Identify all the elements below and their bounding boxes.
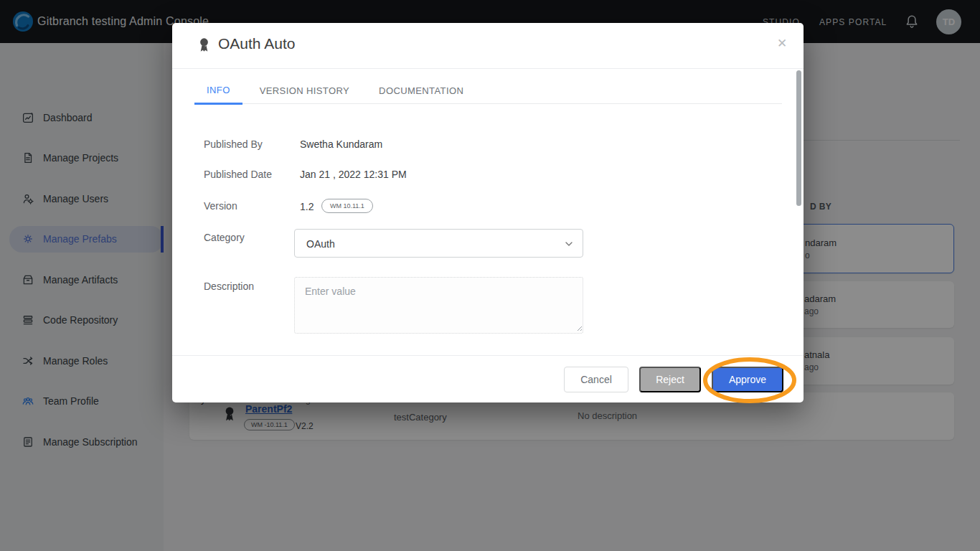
modal-scrollbar-thumb[interactable] xyxy=(796,70,801,206)
prefab-details-modal: OAuth Auto ✕ INFO VERSION HISTORY DOCUME… xyxy=(172,23,804,402)
description-textarea[interactable] xyxy=(294,277,583,334)
reject-button[interactable]: Reject xyxy=(639,367,701,392)
published-date-value: Jan 21 , 2022 12:31 PM xyxy=(300,169,407,180)
cancel-button[interactable]: Cancel xyxy=(564,367,628,392)
published-date-label: Published Date xyxy=(204,169,272,180)
chevron-down-icon xyxy=(563,238,575,250)
tab-documentation[interactable]: DOCUMENTATION xyxy=(367,69,476,103)
version-label: Version xyxy=(204,200,237,212)
modal-title: OAuth Auto xyxy=(218,35,295,52)
version-platform-badge: WM 10.11.1 xyxy=(321,199,373,213)
prefab-ribbon-icon xyxy=(196,37,212,55)
modal-tabs: INFO VERSION HISTORY DOCUMENTATION xyxy=(194,69,782,104)
version-value: 1.2 xyxy=(300,201,314,212)
page: Gitbranch testing Admin Console STUDIO A… xyxy=(0,0,980,551)
category-select[interactable]: OAuth xyxy=(294,229,583,258)
description-label: Description xyxy=(204,281,254,292)
published-by-label: Published By xyxy=(204,138,263,150)
close-icon[interactable]: ✕ xyxy=(772,33,792,53)
category-selected-value: OAuth xyxy=(306,238,335,250)
category-label: Category xyxy=(204,232,245,243)
description-field-wrap xyxy=(294,277,583,334)
approve-button[interactable]: Approve xyxy=(712,367,783,392)
tab-version-history[interactable]: VERSION HISTORY xyxy=(248,69,362,103)
modal-footer-divider xyxy=(172,355,804,356)
published-by-value: Swetha Kundaram xyxy=(300,138,382,150)
tab-info[interactable]: INFO xyxy=(194,69,242,105)
